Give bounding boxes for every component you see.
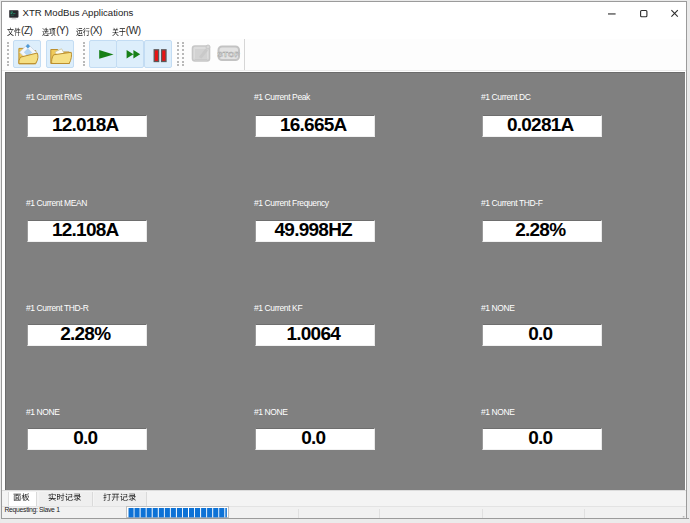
svg-text:STOP: STOP (218, 50, 241, 59)
